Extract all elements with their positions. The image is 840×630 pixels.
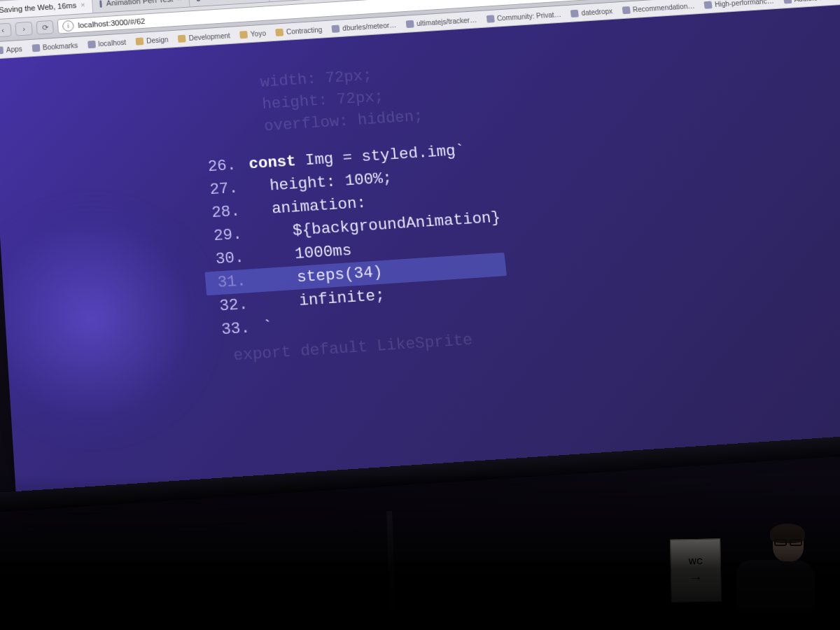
apps-shortcut[interactable]: Apps	[0, 45, 22, 54]
projector-glow	[0, 183, 233, 458]
close-icon[interactable]: ×	[80, 1, 85, 9]
line-number: 33.	[209, 316, 264, 343]
bookmark-icon	[88, 40, 96, 48]
back-button[interactable]: ‹	[0, 23, 12, 38]
line-number: 28.	[199, 199, 253, 225]
bookmark-item[interactable]: Bookmarks	[31, 41, 78, 52]
bookmark-item[interactable]: Recommendation…	[622, 2, 695, 14]
line-number: 30.	[203, 245, 258, 272]
bookmark-icon	[704, 1, 712, 8]
line-number: 26.	[195, 153, 250, 180]
favicon-icon	[196, 0, 200, 1]
github-icon	[406, 20, 414, 27]
folder-icon	[136, 37, 144, 45]
site-info-icon[interactable]: i	[62, 20, 74, 31]
slide-viewport: width: 72px; height: 72px; overflow: hid…	[0, 4, 840, 496]
bookmark-folder[interactable]: Design	[136, 36, 169, 46]
folder-icon	[275, 28, 284, 36]
tab-label: untitled - Paint	[204, 0, 253, 1]
bookmark-item[interactable]: Community: Privat…	[486, 10, 561, 22]
room-floor-shadow	[0, 476, 840, 630]
dimmed-code-above: width: 72px; height: 72px; overflow: hid…	[259, 62, 424, 138]
bookmark-icon	[486, 15, 494, 22]
keyword: const	[248, 153, 297, 173]
line-number: 29.	[201, 222, 256, 248]
bookmark-item[interactable]: dburles/meteor…	[332, 21, 397, 32]
address-url: localhost:3000/#/62	[78, 17, 146, 29]
bookmark-icon	[622, 6, 630, 14]
bookmark-item[interactable]: localhost	[88, 38, 127, 48]
bookmark-icon	[783, 0, 792, 4]
projected-screen: Chrome File Edit View History Bookmarks …	[0, 0, 840, 494]
folder-icon	[178, 34, 186, 42]
reload-button[interactable]: ⟳	[36, 20, 54, 35]
code-block: 26.const Img = styled.img` 27. height: 1…	[195, 137, 512, 342]
folder-icon	[239, 30, 248, 38]
bookmark-item[interactable]: ultimatejs/tracker…	[406, 16, 477, 28]
tab-label: Animation Perf Test	[106, 0, 173, 7]
bookmark-folder[interactable]: Development	[178, 31, 230, 42]
bookmark-icon	[570, 9, 579, 17]
close-icon[interactable]: ×	[177, 0, 182, 3]
github-icon	[332, 24, 340, 32]
tab-label: Saving the Web, 16ms	[0, 1, 76, 15]
bookmark-item[interactable]: Audible reviewer	[783, 0, 840, 4]
apps-icon	[0, 46, 4, 54]
bookmark-item[interactable]: datedropx	[570, 7, 613, 17]
forward-button[interactable]: ›	[15, 22, 32, 36]
line-number: 31.	[205, 269, 260, 295]
photo-scene: Chrome File Edit View History Bookmarks …	[0, 0, 840, 630]
bookmark-folder[interactable]: Yoyo	[239, 29, 266, 38]
line-number: 32.	[206, 292, 262, 319]
line-number: 27.	[197, 176, 252, 202]
bookmark-folder[interactable]: Contracting	[275, 26, 322, 36]
bookmark-item[interactable]: High-performanc…	[704, 0, 774, 8]
bookmark-icon	[31, 43, 40, 51]
favicon-icon	[99, 0, 102, 7]
